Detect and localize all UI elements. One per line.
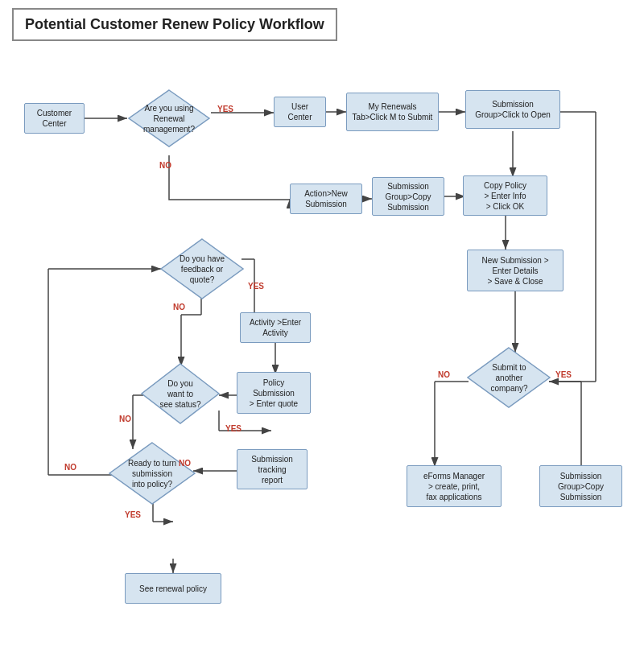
diamond-feedback-quote: Do you havefeedback orquote? (159, 237, 245, 300)
no-label-status: NO (119, 415, 131, 423)
page-title: Potential Customer Renew Policy Workflow (12, 8, 337, 41)
submission-group-open-node: SubmissionGroup>Click to Open (465, 90, 560, 129)
see-renewal-policy-node: See renewal policy (125, 573, 221, 604)
yes-label-ready: YES (125, 510, 141, 519)
my-renewals-node: My RenewalsTab>Click M to Submit (346, 93, 439, 131)
no-label-feedback: NO (173, 303, 185, 312)
copy-policy-node: Copy Policy> Enter Info> Click OK (463, 175, 547, 216)
no-label-1: NO (159, 161, 171, 170)
diamond-submit-another: Submit toanothercompany? (467, 346, 551, 409)
yes-label-feedback: YES (248, 282, 264, 291)
no-label-ready: NO (64, 463, 76, 472)
policy-submission-node: PolicySubmission> Enter quote (237, 372, 311, 414)
submission-tracking-node: Submissiontrackingreport (237, 449, 308, 489)
customer-center-node: CustomerCenter (24, 103, 85, 134)
no-label-ready2: NO (179, 459, 191, 468)
new-submission-details-node: New Submission >Enter Details> Save & Cl… (467, 250, 564, 291)
eforms-manager-node: eForms Manager> create, print,fax applic… (407, 465, 502, 507)
activity-enter-node: Activity >EnterActivity (240, 312, 311, 343)
submission-group-copy-node: SubmissionGroup>CopySubmission (372, 177, 444, 216)
submission-group-copy2-node: SubmissionGroup>CopySubmission (539, 465, 622, 507)
yes-label-1: YES (217, 105, 233, 113)
diamond-renewal-management: Are you usingRenewalmanagement? (127, 89, 211, 148)
diamond-see-status: Do youwant tosee status? (140, 362, 221, 425)
no-label-submit: NO (438, 370, 450, 379)
action-new-submission-node: Action>NewSubmission (290, 184, 362, 214)
yes-label-submit: YES (555, 370, 572, 379)
user-center-node: UserCenter (274, 97, 326, 127)
diamond-ready-to-turn: Ready to turnsubmissioninto policy? (108, 441, 196, 506)
yes-label-status: YES (225, 424, 242, 433)
